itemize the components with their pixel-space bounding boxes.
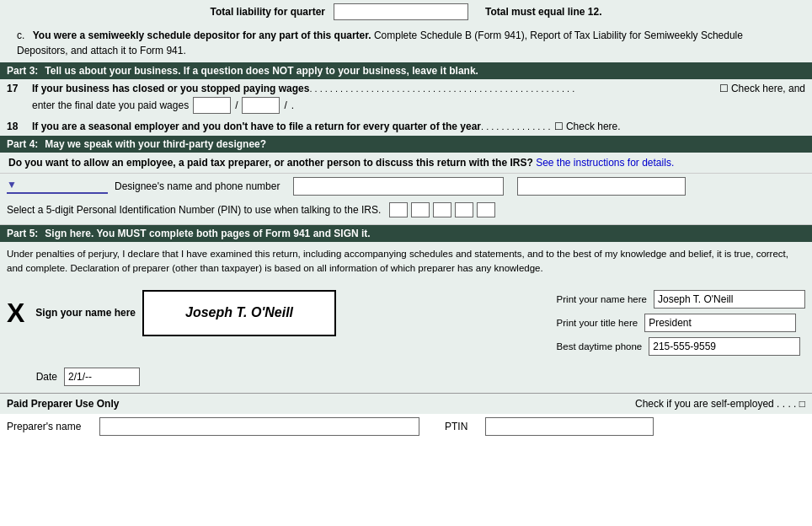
date-row: Date: [0, 364, 812, 393]
best-phone-label: Best daytime phone: [557, 341, 643, 352]
item17-row: 17 If your business has closed or you st…: [0, 79, 812, 117]
designee-phone-input[interactable]: [517, 177, 686, 196]
best-phone-row: Best daytime phone: [557, 337, 805, 356]
sign-area: X Sign your name here Joseph T. O'Neill …: [0, 282, 812, 364]
print-name-input[interactable]: [654, 290, 805, 309]
paid-preparer-header: Paid Preparer Use Only Check if you are …: [0, 393, 812, 414]
item17-sub-text: enter the final date you paid wages: [32, 99, 189, 111]
print-title-row: Print your title here: [557, 314, 805, 332]
ptin-input[interactable]: [485, 417, 654, 436]
date-label: Date: [7, 371, 57, 383]
self-employed-label[interactable]: Check if you are self-employed . . . . □: [635, 398, 805, 410]
paid-preparer-title: Paid Preparer Use Only: [7, 398, 175, 410]
pin-box-1[interactable]: [389, 202, 408, 217]
perjury-text-block: Under penalties of perjury, I declare th…: [0, 242, 812, 282]
pin-boxes: [389, 202, 495, 217]
designee-dropdown[interactable]: ▼: [7, 179, 108, 194]
part4-question: Do you want to allow an employee, a paid…: [0, 153, 812, 174]
pin-box-4[interactable]: [455, 202, 473, 217]
item18-check-label[interactable]: ☐ Check here.: [554, 121, 621, 132]
item18-text: If you are a seasonal employer and you d…: [32, 121, 481, 132]
total-liability-row: Total liability for quarter Total must e…: [0, 0, 812, 24]
item17-check-label[interactable]: ☐ Check here, and: [719, 83, 805, 94]
perjury-text: Under penalties of perjury, I declare th…: [7, 249, 788, 273]
part4-title: May we speak with your third-party desig…: [45, 138, 266, 150]
part5-header: Part 5: Sign here. You MUST complete bot…: [0, 225, 812, 242]
pin-row: Select a 5-digit Personal Identification…: [0, 199, 812, 225]
print-name-row: Print your name here: [557, 290, 805, 309]
right-sign-section: Print your name here Print your title he…: [557, 290, 805, 356]
preparer-name-input[interactable]: [99, 417, 419, 436]
part3-num: Part 3:: [7, 65, 38, 77]
part5-num: Part 5:: [7, 228, 38, 239]
part4-header: Part 4: May we speak with your third-par…: [0, 136, 812, 153]
signature-box[interactable]: Joseph T. O'Neill: [142, 290, 336, 336]
preparer-name-row: Preparer's name PTIN: [0, 414, 812, 439]
pin-label: Select a 5-digit Personal Identification…: [7, 204, 381, 216]
dropdown-arrow-icon: ▼: [7, 179, 17, 191]
part4-question-bold: Do you want to allow an employee, a paid…: [8, 157, 533, 169]
total-liability-input[interactable]: [334, 3, 468, 20]
ptin-section: PTIN: [445, 417, 654, 436]
pin-box-2[interactable]: [411, 202, 430, 217]
date-input[interactable]: [64, 368, 140, 386]
total-liability-label: Total liability for quarter: [211, 6, 325, 18]
item17-date-day[interactable]: [242, 97, 280, 114]
ptin-label: PTIN: [445, 421, 478, 432]
designee-name-phone-label: Designee's name and phone number: [115, 180, 280, 192]
semiweekly-letter: c.: [17, 30, 24, 41]
semiweekly-bold: You were a semiweekly schedule depositor…: [33, 30, 371, 41]
signature-value: Joseph T. O'Neill: [185, 305, 293, 320]
item18-num: 18: [7, 121, 28, 132]
print-title-label: Print your title here: [557, 318, 638, 328]
semiweekly-section: c. You were a semiweekly schedule deposi…: [0, 24, 812, 62]
part3-header: Part 3: Tell us about your business. If …: [0, 62, 812, 79]
sign-your-name-label: Sign your name here: [35, 307, 136, 319]
preparer-name-label: Preparer's name: [7, 421, 91, 432]
item17-slash2: /: [284, 99, 286, 111]
print-name-label: Print your name here: [557, 294, 647, 304]
print-title-input[interactable]: [644, 314, 796, 332]
must-equal-label: Total must equal line 12.: [485, 6, 601, 18]
pin-box-5[interactable]: [477, 202, 495, 217]
self-employed-section: Check if you are self-employed . . . . □: [635, 398, 805, 410]
item17-dots: . . . . . . . . . . . . . . . . . . . . …: [309, 83, 715, 94]
designee-name-input[interactable]: [293, 177, 504, 196]
part4-question-link[interactable]: See the instructions for details.: [536, 157, 674, 169]
item17-text: If your business has closed or you stopp…: [32, 83, 309, 94]
designee-row: ▼ Designee's name and phone number: [0, 174, 812, 199]
pin-box-3[interactable]: [433, 202, 451, 217]
best-phone-input[interactable]: [649, 337, 800, 356]
item18-dots: . . . . . . . . . . . . . .: [481, 121, 551, 132]
item17-date-month[interactable]: [193, 97, 231, 114]
sign-x-mark: X: [7, 298, 24, 329]
item17-num: 17: [7, 83, 28, 94]
part3-title: Tell us about your business. If a questi…: [45, 65, 478, 77]
item18-row: 18 If you are a seasonal employer and yo…: [0, 117, 812, 136]
item17-slash1: /: [235, 99, 238, 111]
part4-num: Part 4:: [7, 138, 38, 150]
part5-title: Sign here. You MUST complete both pages …: [45, 228, 370, 239]
